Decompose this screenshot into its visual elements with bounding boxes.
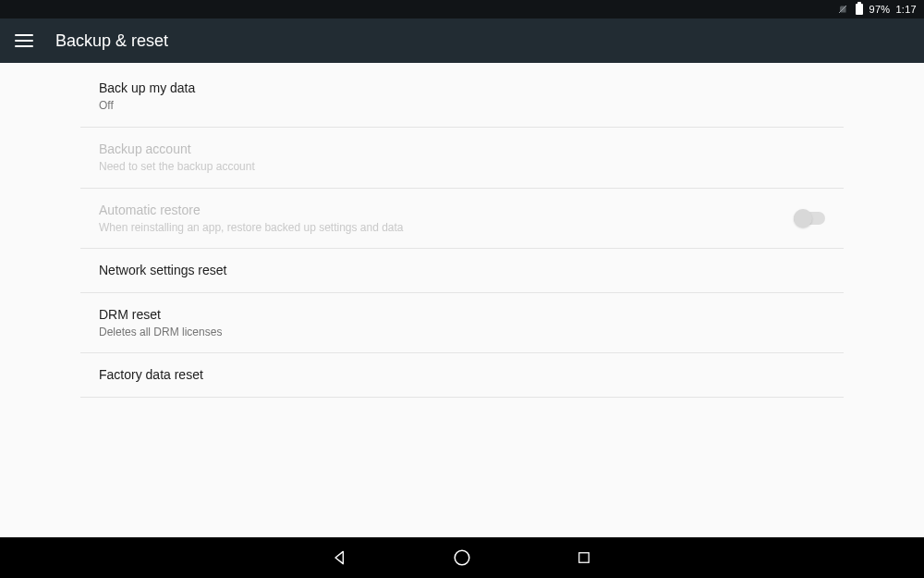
svg-point-1 [455,550,469,565]
app-bar: Backup & reset [0,18,924,63]
setting-title: Automatic restore [99,202,404,218]
nav-recent-button[interactable] [574,547,594,568]
battery-icon [856,4,863,15]
toggle-knob [794,209,812,228]
setting-automatic-restore: Automatic restore When reinstalling an a… [80,189,844,250]
nav-back-button[interactable] [330,547,350,568]
setting-subtitle: Deletes all DRM licenses [99,326,222,340]
status-bar: 97% 1:17 [0,0,924,18]
setting-title: Factory data reset [99,366,203,383]
nav-home-button[interactable] [452,547,472,568]
setting-title: Backup account [99,141,255,157]
no-sim-icon [837,4,848,15]
battery-percent: 97% [869,4,890,15]
setting-subtitle: Need to set the backup account [99,160,255,175]
setting-subtitle: Off [99,99,195,114]
setting-title: Back up my data [99,80,195,96]
setting-backup-my-data[interactable]: Back up my data Off [80,63,844,128]
setting-network-reset[interactable]: Network settings reset [80,249,844,292]
setting-backup-account: Backup account Need to set the backup ac… [80,128,844,189]
settings-content: Back up my data Off Backup account Need … [0,63,924,537]
menu-icon[interactable] [15,34,33,47]
status-clock: 1:17 [895,4,917,15]
page-title: Backup & reset [55,31,168,51]
setting-subtitle: When reinstalling an app, restore backed… [99,221,404,236]
svg-rect-2 [579,553,590,563]
setting-title: Network settings reset [99,262,227,278]
automatic-restore-toggle [794,212,825,225]
setting-drm-reset[interactable]: DRM reset Deletes all DRM licenses [80,293,844,354]
setting-factory-reset[interactable]: Factory data reset [80,353,844,397]
setting-title: DRM reset [99,306,222,323]
settings-list: Back up my data Off Backup account Need … [80,63,844,398]
navigation-bar [0,537,924,578]
